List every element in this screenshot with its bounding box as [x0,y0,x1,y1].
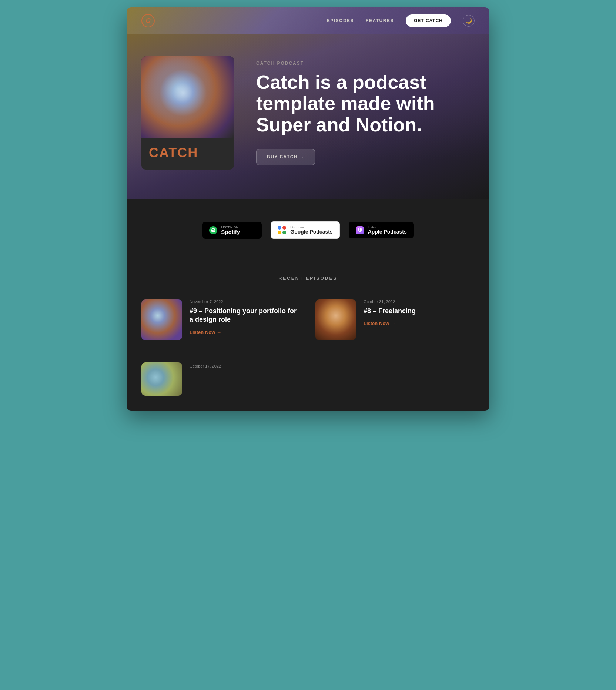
google-podcasts-icon [278,226,287,235]
episode-date-7: October 17, 2022 [190,364,475,368]
spotify-text: LISTEN ON Spotify [221,225,240,235]
podcast-card-art [141,56,234,138]
spotify-icon [209,226,217,234]
google-text: Listen on Google Podcasts [290,225,332,235]
nav-episodes[interactable]: EPISODES [327,18,354,23]
theme-toggle-button[interactable]: 🌙 [463,15,475,27]
episode-listen-9[interactable]: Listen Now → [190,329,221,335]
nav: EPISODES FEATURES GET CATCH 🌙 [327,14,475,27]
episodes-bottom: October 17, 2022 [127,362,489,411]
apple-podcasts-badge[interactable]: Listen on Apple Podcasts [349,222,414,238]
buy-catch-button[interactable]: BUY CATCH → [256,149,315,165]
apple-listen-on-label: Listen on [368,225,407,229]
hero-section: Podcast CATCH CATCH PODCAST Catch is a p… [127,34,489,199]
spotify-name: Spotify [221,229,240,235]
google-podcasts-badge[interactable]: Listen on Google Podcasts [271,221,339,239]
apple-text: Listen on Apple Podcasts [368,225,407,235]
episode-content-9: November 7, 2022 #9 – Positioning your p… [190,299,301,335]
episode-thumb-7 [141,362,182,396]
hero-eyebrow: CATCH PODCAST [256,61,475,66]
moon-icon: 🌙 [466,18,472,24]
apple-podcasts-icon [355,226,364,235]
nav-features[interactable]: FEATURES [366,18,394,23]
page-wrapper: C EPISODES FEATURES GET CATCH 🌙 Podcast … [127,7,489,411]
episode-card-9: November 7, 2022 #9 – Positioning your p… [141,299,301,340]
episodes-section: RECENT EPISODES November 7, 2022 #9 – Po… [127,261,489,362]
episode-date-9: November 7, 2022 [190,299,301,304]
logo-icon: C [141,14,155,27]
episode-thumb-9 [141,299,182,340]
episode-title-9: #9 – Positioning your portfolio for a de… [190,307,301,324]
google-listen-on-label: Listen on [290,225,332,229]
episode-title-8: #8 – Freelancing [364,307,475,315]
apple-name: Apple Podcasts [368,229,407,235]
get-catch-button[interactable]: GET CATCH [406,14,451,27]
episode-thumb-8 [315,299,356,340]
hero-title: Catch is a podcast template made with Su… [256,72,475,135]
episode-listen-8[interactable]: Listen Now → [364,321,395,326]
spotify-badge[interactable]: LISTEN ON Spotify [202,222,262,239]
episodes-grid: November 7, 2022 #9 – Positioning your p… [141,299,475,340]
podcast-card: Podcast CATCH [141,56,234,170]
episode-content-8: October 31, 2022 #8 – Freelancing Listen… [364,299,475,326]
svg-rect-0 [356,226,364,234]
platforms-section: LISTEN ON Spotify Listen on Google Podca… [127,199,489,261]
episodes-heading: RECENT EPISODES [141,276,475,281]
episode-date-8: October 31, 2022 [364,299,475,304]
header: C EPISODES FEATURES GET CATCH 🌙 [127,7,489,34]
episode-content-7: October 17, 2022 [190,362,475,368]
episode-card-8: October 31, 2022 #8 – Freelancing Listen… [315,299,475,340]
podcast-card-title: CATCH [141,138,234,170]
google-name: Google Podcasts [290,229,332,235]
spotify-listen-on-label: LISTEN ON [221,225,240,229]
hero-content: CATCH PODCAST Catch is a podcast templat… [256,61,475,165]
logo[interactable]: C [141,14,155,27]
